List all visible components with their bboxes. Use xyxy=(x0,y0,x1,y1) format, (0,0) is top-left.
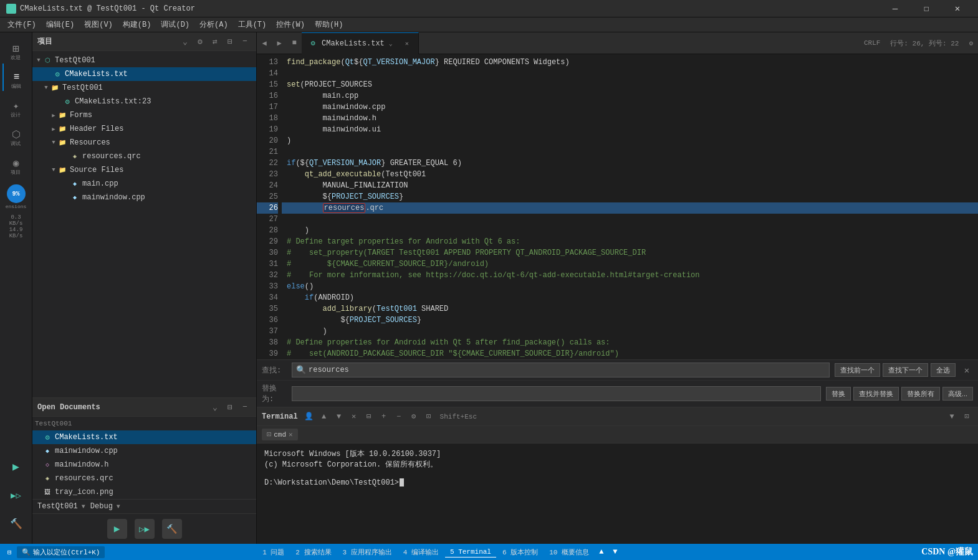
status-tab-overview[interactable]: 10 概要信息 xyxy=(544,546,594,558)
terminal-user-icon[interactable]: 👤 xyxy=(303,411,315,423)
code-editor[interactable]: 13 14 15 16 17 18 19 20 21 22 23 24 25 2… xyxy=(257,54,978,359)
terminal-x-btn[interactable]: ✕ xyxy=(348,411,360,423)
tree-item-forms-name: Forms xyxy=(70,111,92,120)
tree-item-headers[interactable]: ▶ 📁 Header Files xyxy=(32,122,256,136)
tree-item-sourcefiles[interactable]: ▼ 📁 Source Files xyxy=(32,163,256,177)
sidebar-item-welcome[interactable]: ⊞ 欢迎 xyxy=(2,35,30,62)
minimize-button[interactable]: — xyxy=(881,0,909,17)
replace-input-wrap[interactable] xyxy=(292,386,821,401)
menu-edit[interactable]: 编辑(E) xyxy=(41,18,80,31)
spacer xyxy=(62,194,70,201)
menu-debug[interactable]: 调试(D) xyxy=(156,18,194,31)
menu-analyze[interactable]: 分析(A) xyxy=(194,18,233,31)
terminal-down-btn[interactable]: ▼ xyxy=(333,411,345,423)
replace-btn[interactable]: 替换 xyxy=(826,387,851,401)
tree-item-resources-qrc[interactable]: resources.qrc xyxy=(32,149,256,163)
status-tab-vcs[interactable]: 6 版本控制 xyxy=(497,546,543,558)
code-content[interactable]: find_package(Qt${QT_VERSION_MAJOR} REQUI… xyxy=(282,54,978,359)
close-button[interactable]: ✕ xyxy=(943,0,972,17)
status-tab-down[interactable]: ▼ xyxy=(609,546,621,558)
terminal-settings-btn[interactable]: ⚙ xyxy=(408,411,420,423)
open-doc-mainwindow-h[interactable]: mainwindow.h xyxy=(32,458,256,472)
tab-menu-btn[interactable]: ⌄ xyxy=(385,32,397,54)
terminal-content[interactable]: Microsoft Windows [版本 10.0.26100.3037] (… xyxy=(257,444,978,544)
terminal-split-btn[interactable]: ⊟ xyxy=(363,411,375,423)
tree-item-testqt001[interactable]: ▼ 📁 TestQt001 xyxy=(32,81,256,95)
tree-item-cmake23[interactable]: CMakeLists.txt:23 xyxy=(32,95,256,108)
terminal-tab-close[interactable]: ✕ xyxy=(289,430,293,439)
build-button[interactable]: 🔨 xyxy=(162,519,182,539)
tab-close-btn[interactable]: ✕ xyxy=(402,39,412,49)
open-docs-split[interactable]: ⊟ xyxy=(224,401,236,414)
terminal-add-btn[interactable]: + xyxy=(378,411,390,423)
status-tab-terminal[interactable]: 5 Terminal xyxy=(445,547,496,558)
terminal-expand-btn[interactable]: ⊡ xyxy=(961,411,973,423)
status-search-input[interactable]: 🔍 输入以定位(Ctrl+K) xyxy=(17,546,105,558)
open-doc-resources-qrc-icon xyxy=(42,473,52,483)
sidebar-item-extensions[interactable]: 9% ensions xyxy=(2,183,30,211)
sidebar-item-project[interactable]: ◉ 项目 xyxy=(2,149,30,177)
sidebar-item-run-debug[interactable]: ▶▷ xyxy=(2,482,30,509)
tree-item-resources[interactable]: ▼ 📁 Resources xyxy=(32,136,256,149)
menu-build[interactable]: 构建(B) xyxy=(118,18,156,31)
menu-view[interactable]: 视图(V) xyxy=(79,18,118,31)
qrc-icon xyxy=(70,151,80,161)
status-tab-compileoutput[interactable]: 4 编译输出 xyxy=(398,546,444,558)
sidebar-item-debug[interactable]: ⬡ 调试 xyxy=(2,121,30,148)
run-debug-button[interactable]: ▷▶ xyxy=(135,519,155,539)
advanced-btn[interactable]: 高级... xyxy=(942,387,973,401)
tree-item-main-cpp[interactable]: main.cpp xyxy=(32,177,256,191)
tree-item-root[interactable]: ▼ ⬡ TestQt001 xyxy=(32,54,256,67)
find-prev-btn[interactable]: 查找前一个 xyxy=(835,363,880,377)
tab-back-btn[interactable]: ◀ xyxy=(257,32,272,54)
panel-sync-btn[interactable]: ⇄ xyxy=(209,36,221,48)
replace-and-find-btn[interactable]: 查找并替换 xyxy=(853,387,899,401)
menu-tools[interactable]: 工具(T) xyxy=(233,18,272,31)
menu-help[interactable]: 帮助(H) xyxy=(310,18,348,31)
tab-cmakelist[interactable]: CMakeLists.txt ⌄ ✕ xyxy=(302,32,419,54)
maximize-button[interactable]: ☐ xyxy=(912,0,941,17)
tab-forward-btn[interactable]: ▶ xyxy=(272,32,287,54)
terminal-tab-cmd[interactable]: ⊡ cmd ✕ xyxy=(262,429,298,440)
status-tab-search[interactable]: 2 搜索结果 xyxy=(290,546,336,558)
open-doc-mainwindow-cpp[interactable]: mainwindow.cpp xyxy=(32,444,256,458)
panel-split-btn[interactable]: ⊟ xyxy=(224,36,236,48)
search-input-wrap[interactable]: 🔍 xyxy=(292,363,830,377)
terminal-collapse-btn[interactable]: ▼ xyxy=(946,411,958,423)
terminal-minus-btn[interactable]: − xyxy=(393,411,405,423)
terminal-up-btn[interactable]: ▲ xyxy=(318,411,330,423)
debug-selector[interactable]: Debug ▼ xyxy=(90,502,120,511)
menu-file[interactable]: 文件(F) xyxy=(2,18,41,31)
sidebar-item-design[interactable]: ✦ 设计 xyxy=(2,92,30,120)
status-tab-problems[interactable]: 1 问题 xyxy=(257,546,289,558)
open-docs-close[interactable]: − xyxy=(239,401,251,414)
panel-dropdown-btn[interactable]: ⌄ xyxy=(179,36,191,48)
status-tab-up[interactable]: ▲ xyxy=(595,546,608,558)
open-doc-resources-qrc[interactable]: resources.qrc xyxy=(32,472,256,485)
project-selector[interactable]: TestQt001 ▼ xyxy=(37,502,85,511)
open-doc-tray-icon[interactable]: tray_icon.png xyxy=(32,485,256,499)
tree-item-mainwindow-cpp[interactable]: mainwindow.cpp xyxy=(32,191,256,204)
tree-item-cmake[interactable]: CMakeLists.txt xyxy=(32,67,256,81)
menu-controls[interactable]: 控件(W) xyxy=(271,18,310,31)
run-button[interactable]: ▶ xyxy=(107,519,127,539)
sidebar-item-build[interactable]: 🔨 xyxy=(2,510,30,538)
select-all-btn[interactable]: 全选 xyxy=(931,363,956,377)
replace-input[interactable] xyxy=(296,389,817,398)
search-input[interactable] xyxy=(309,366,825,374)
tree-item-forms[interactable]: ▶ 📁 Forms xyxy=(32,108,256,122)
open-docs-dropdown[interactable]: ⌄ xyxy=(209,401,221,414)
search-close-btn[interactable]: ✕ xyxy=(961,364,973,376)
panel-close-btn[interactable]: − xyxy=(239,36,251,48)
status-tab-appoutput[interactable]: 3 应用程序输出 xyxy=(338,546,397,558)
project-tree[interactable]: ▼ ⬡ TestQt001 CMakeLists.txt ▼ 📁 TestQt0… xyxy=(32,51,256,397)
open-doc-cmake[interactable]: CMakeLists.txt xyxy=(32,430,256,444)
tab-bookmark-btn[interactable]: ■ xyxy=(287,32,302,54)
sidebar-item-edit[interactable]: ≡ 编辑 xyxy=(2,64,30,91)
sidebar-item-run[interactable]: ▶ xyxy=(2,453,30,480)
panel-toggle-btn[interactable]: ⊟ xyxy=(5,548,14,556)
replace-all-btn[interactable]: 替换所有 xyxy=(901,387,940,401)
find-next-btn[interactable]: 查找下一个 xyxy=(883,363,928,377)
panel-filter-btn[interactable]: ⚙ xyxy=(194,36,206,48)
terminal-copy-btn[interactable]: ⊡ xyxy=(423,411,435,423)
